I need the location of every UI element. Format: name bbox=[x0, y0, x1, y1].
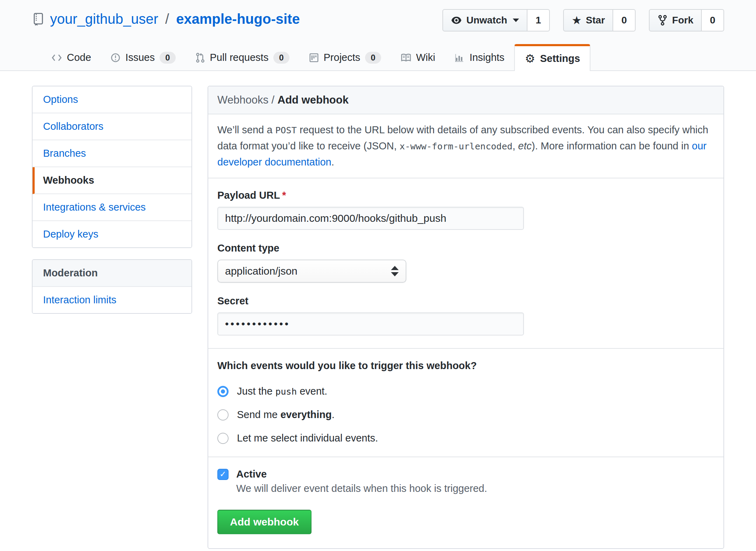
tab-label: Projects bbox=[324, 52, 360, 63]
moderation-heading: Moderation bbox=[33, 260, 191, 287]
active-description: We will deliver event details when this … bbox=[236, 483, 714, 494]
tab-label: Pull requests bbox=[210, 52, 269, 63]
star-group: ★ Star 0 bbox=[563, 9, 636, 31]
select-arrows-icon bbox=[391, 266, 399, 276]
fork-count[interactable]: 0 bbox=[702, 9, 724, 31]
radio-unselected-icon[interactable] bbox=[217, 433, 229, 444]
radio-label: Send me everything. bbox=[237, 409, 335, 421]
secret-label: Secret bbox=[217, 295, 714, 307]
radio-selected-icon[interactable] bbox=[217, 386, 229, 397]
fork-group: Fork 0 bbox=[649, 9, 724, 31]
tab-label: Wiki bbox=[416, 52, 435, 63]
active-section: ✓ Active We will deliver event details w… bbox=[208, 457, 723, 548]
content-type-value: application/json bbox=[225, 265, 298, 277]
secret-input[interactable] bbox=[217, 312, 524, 335]
sidebar-item-deploy-keys[interactable]: Deploy keys bbox=[33, 221, 191, 247]
projects-counter: 0 bbox=[365, 52, 381, 64]
unwatch-label: Unwatch bbox=[466, 15, 507, 26]
repo-title: your_github_user / example-hugo-site bbox=[32, 11, 300, 27]
eye-icon bbox=[451, 15, 462, 26]
tab-pull-requests[interactable]: Pull requests 0 bbox=[186, 44, 299, 71]
sidebar-item-options[interactable]: Options bbox=[33, 86, 191, 113]
star-icon: ★ bbox=[572, 15, 582, 26]
webhook-form: Payload URL* Content type application/js… bbox=[208, 178, 723, 349]
breadcrumb-separator: / bbox=[268, 94, 278, 106]
sidebar-item-branches[interactable]: Branches bbox=[33, 140, 191, 167]
payload-url-label: Payload URL* bbox=[217, 190, 714, 201]
repo-name-link[interactable]: example-hugo-site bbox=[176, 11, 300, 27]
issues-counter: 0 bbox=[160, 52, 175, 64]
active-toggle-row[interactable]: ✓ Active bbox=[217, 468, 714, 480]
fork-button[interactable]: Fork bbox=[649, 9, 702, 31]
webhook-description: We’ll send a POST request to the URL bel… bbox=[208, 114, 723, 178]
sidebar-item-interaction-limits[interactable]: Interaction limits bbox=[33, 287, 191, 313]
pull-requests-counter: 0 bbox=[273, 52, 289, 64]
active-label: Active bbox=[236, 468, 267, 480]
radio-individual-events[interactable]: Let me select individual events. bbox=[217, 432, 714, 444]
checkbox-checked-icon[interactable]: ✓ bbox=[217, 469, 229, 480]
tab-projects[interactable]: Projects 0 bbox=[299, 44, 391, 71]
book-icon bbox=[401, 53, 411, 62]
repo-owner-link[interactable]: your_github_user bbox=[50, 11, 158, 27]
unwatch-button[interactable]: Unwatch bbox=[442, 9, 527, 31]
watch-group: Unwatch 1 bbox=[442, 9, 550, 31]
fork-label: Fork bbox=[672, 15, 693, 26]
watch-count[interactable]: 1 bbox=[527, 9, 550, 31]
radio-label: Let me select individual events. bbox=[237, 432, 378, 444]
tab-issues[interactable]: Issues 0 bbox=[101, 44, 185, 71]
gear-icon: ⚙ bbox=[525, 53, 535, 64]
settings-menu: Options Collaborators Branches Webhooks … bbox=[32, 86, 192, 248]
sidebar-item-webhooks[interactable]: Webhooks bbox=[33, 167, 191, 194]
code-icon bbox=[51, 53, 62, 62]
radio-unselected-icon[interactable] bbox=[217, 409, 229, 421]
tab-code[interactable]: Code bbox=[42, 44, 101, 71]
tab-label: Settings bbox=[540, 53, 580, 64]
project-icon bbox=[309, 53, 319, 63]
star-label: Star bbox=[586, 15, 605, 26]
star-count[interactable]: 0 bbox=[613, 9, 636, 31]
tab-settings[interactable]: ⚙ Settings bbox=[514, 44, 590, 71]
sidebar-item-collaborators[interactable]: Collaborators bbox=[33, 113, 191, 140]
tab-label: Code bbox=[67, 52, 91, 63]
pull-request-icon bbox=[195, 52, 205, 63]
radio-just-push-event[interactable]: Just the push event. bbox=[217, 386, 714, 397]
tab-wiki[interactable]: Wiki bbox=[391, 44, 445, 71]
settings-sidebar: Options Collaborators Branches Webhooks … bbox=[32, 86, 192, 549]
required-asterisk: * bbox=[282, 190, 286, 201]
sidebar-item-integrations-services[interactable]: Integrations & services bbox=[33, 194, 191, 221]
add-webhook-button[interactable]: Add webhook bbox=[217, 510, 312, 534]
breadcrumb-webhooks[interactable]: Webhooks bbox=[217, 94, 268, 106]
events-section: Which events would you like to trigger t… bbox=[208, 349, 723, 457]
repo-header: your_github_user / example-hugo-site bbox=[0, 0, 756, 71]
tab-label: Insights bbox=[469, 52, 504, 63]
tab-label: Issues bbox=[125, 52, 155, 63]
caret-down-icon bbox=[513, 19, 519, 22]
radio-label: Just the push event. bbox=[237, 386, 327, 397]
page-title: Add webhook bbox=[278, 94, 349, 106]
repo-separator: / bbox=[164, 11, 170, 27]
events-heading: Which events would you like to trigger t… bbox=[217, 360, 714, 372]
graph-icon bbox=[455, 53, 464, 63]
add-webhook-panel: Webhooks / Add webhook We’ll send a POST… bbox=[208, 86, 724, 549]
repo-icon bbox=[32, 12, 44, 26]
repo-social-actions: Unwatch 1 ★ Star 0 bbox=[442, 9, 724, 31]
issue-icon bbox=[111, 53, 120, 63]
star-button[interactable]: ★ Star bbox=[563, 9, 613, 31]
content-type-label: Content type bbox=[217, 242, 714, 254]
moderation-menu: Moderation Interaction limits bbox=[32, 259, 192, 314]
repo-tabs: Code Issues 0 Pull requests 0 bbox=[42, 44, 724, 71]
tab-insights[interactable]: Insights bbox=[445, 44, 514, 71]
radio-send-everything[interactable]: Send me everything. bbox=[217, 409, 714, 421]
payload-url-input[interactable] bbox=[217, 207, 524, 230]
breadcrumb: Webhooks / Add webhook bbox=[208, 86, 723, 114]
fork-icon bbox=[657, 15, 668, 26]
content-type-select[interactable]: application/json bbox=[217, 260, 406, 283]
